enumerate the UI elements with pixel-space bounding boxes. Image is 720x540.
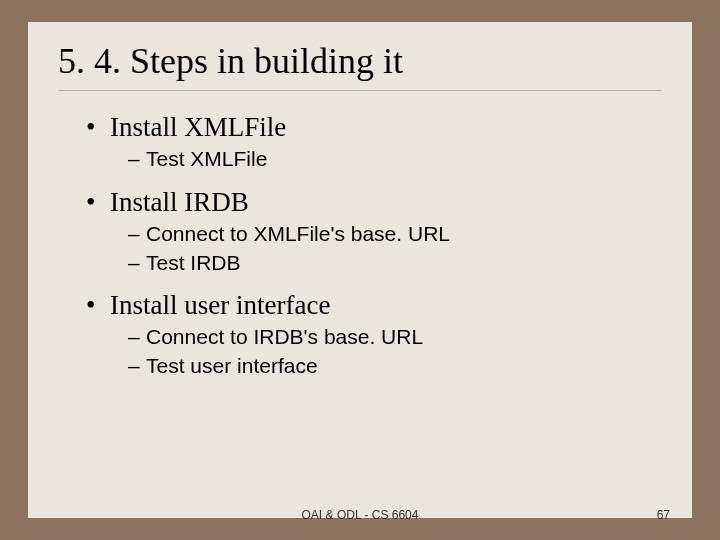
bullet-level2: Connect to XMLFile's base. URL (128, 220, 662, 248)
bullet-level2: Connect to IRDB's base. URL (128, 323, 662, 351)
bullet-level1: Install IRDB (86, 184, 662, 220)
slide-title: 5. 4. Steps in building it (58, 40, 662, 91)
bullet-level2: Test IRDB (128, 249, 662, 277)
footer-course: OAI & ODL - CS 6604 (28, 508, 692, 522)
bullet-level1: Install XMLFile (86, 109, 662, 145)
slide-body: Install XMLFile Test XMLFile Install IRD… (58, 109, 662, 380)
page-number: 67 (657, 508, 670, 522)
bullet-level2: Test XMLFile (128, 145, 662, 173)
bullet-level2: Test user interface (128, 352, 662, 380)
bullet-level1: Install user interface (86, 287, 662, 323)
slide: 5. 4. Steps in building it Install XMLFi… (28, 22, 692, 518)
